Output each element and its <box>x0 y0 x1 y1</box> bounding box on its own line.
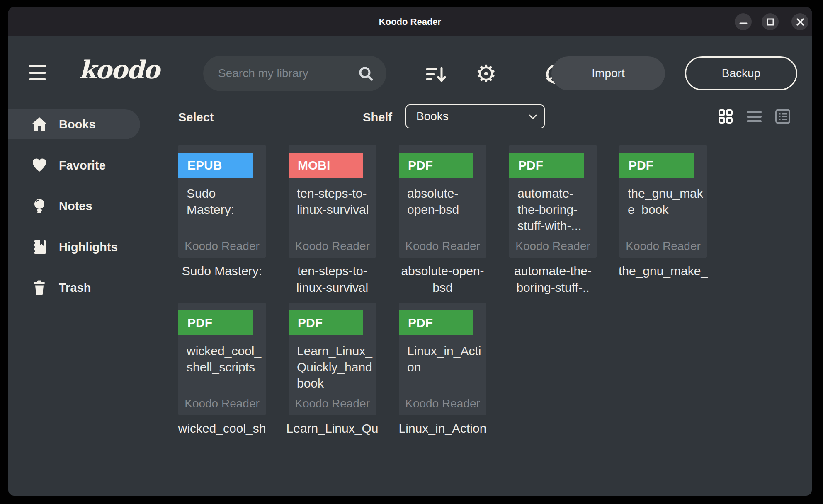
book-title: Learn_Linux_ Quickly_hand book <box>297 343 373 391</box>
book-caption: absolute-open- bsd <box>388 263 498 296</box>
shelf-label: Shelf <box>360 111 392 124</box>
sidebar-item-label: Highlights <box>59 240 118 254</box>
book-title: the_gnu_mak e_book <box>628 185 704 218</box>
sidebar-item-label: Notes <box>59 199 92 213</box>
search-bar[interactable] <box>203 56 386 91</box>
chevron-down-icon <box>528 114 537 120</box>
book-publisher: Koodo Reader <box>289 397 376 410</box>
book-card[interactable]: PDF the_gnu_mak e_book Koodo Reader <box>619 145 707 258</box>
format-badge: PDF <box>289 310 363 335</box>
book-title: Sudo Mastery: <box>187 185 263 218</box>
book-publisher: Koodo Reader <box>619 240 707 253</box>
sidebar-item-highlights[interactable]: Highlights <box>31 239 118 255</box>
sidebar-item-trash[interactable]: Trash <box>31 279 91 296</box>
hamburger-icon[interactable] <box>29 65 46 80</box>
book-caption: wicked_cool_sh <box>167 420 277 437</box>
book-caption: automate-the- boring-stuff-.. <box>498 263 608 296</box>
settings-gear-icon[interactable]: ⚙ <box>473 60 498 87</box>
format-badge: MOBI <box>289 153 363 178</box>
book-publisher: Koodo Reader <box>178 240 266 253</box>
book-card[interactable]: PDF automate- the-boring- stuff-with-...… <box>509 145 597 258</box>
book-publisher: Koodo Reader <box>178 397 266 410</box>
format-badge: PDF <box>509 153 584 178</box>
book-slot: PDF Learn_Linux_ Quickly_hand book Koodo… <box>289 303 376 481</box>
sidebar-item-books[interactable]: Books <box>31 116 96 133</box>
book-caption: Learn_Linux_Qu <box>277 420 387 437</box>
book-slot: PDF absolute- open-bsd Koodo Reader abso… <box>399 145 486 323</box>
book-title: Linux_in_Acti on <box>407 343 483 375</box>
format-badge: EPUB <box>178 153 253 178</box>
book-caption: Linux_in_Action <box>388 420 498 437</box>
format-badge: PDF <box>619 153 694 178</box>
backup-button[interactable]: Backup <box>685 56 797 90</box>
titlebar: Koodo Reader <box>8 7 812 36</box>
book-publisher: Koodo Reader <box>399 397 486 410</box>
format-badge: PDF <box>178 310 253 335</box>
book-slot: PDF wicked_cool_ shell_scripts Koodo Rea… <box>178 303 266 481</box>
book-slot: PDF automate- the-boring- stuff-with-...… <box>509 145 597 323</box>
book-card[interactable]: EPUB Sudo Mastery: Koodo Reader <box>178 145 266 258</box>
minimize-icon[interactable] <box>735 13 752 30</box>
book-title: absolute- open-bsd <box>407 185 483 218</box>
journal-bookmark-icon <box>31 239 48 255</box>
window-title: Koodo Reader <box>8 7 812 36</box>
shelf-select[interactable]: Books <box>405 104 545 128</box>
search-icon[interactable] <box>358 66 374 83</box>
book-publisher: Koodo Reader <box>509 240 597 253</box>
book-title: wicked_cool_ shell_scripts <box>187 343 263 375</box>
home-icon <box>31 116 48 133</box>
heart-icon <box>31 157 48 174</box>
book-publisher: Koodo Reader <box>399 240 486 253</box>
trash-icon <box>31 279 48 296</box>
book-card[interactable]: PDF absolute- open-bsd Koodo Reader <box>399 145 486 258</box>
sort-icon[interactable] <box>424 63 447 88</box>
book-caption: ten-steps-to- linux-survival <box>277 263 387 296</box>
format-badge: PDF <box>399 310 473 335</box>
import-button[interactable]: Import <box>551 56 665 90</box>
book-card[interactable]: PDF wicked_cool_ shell_scripts Koodo Rea… <box>178 303 266 415</box>
detail-view-icon[interactable] <box>775 109 790 124</box>
book-publisher: Koodo Reader <box>289 240 376 253</box>
list-view-icon[interactable] <box>747 109 762 124</box>
maximize-icon[interactable] <box>762 13 779 30</box>
sidebar-item-notes[interactable]: Notes <box>31 198 92 214</box>
close-icon[interactable] <box>791 13 808 30</box>
grid-view-icon[interactable] <box>718 109 733 124</box>
search-input[interactable] <box>218 56 351 91</box>
sidebar-item-label: Favorite <box>59 159 106 172</box>
book-slot: EPUB Sudo Mastery: Koodo Reader Sudo Mas… <box>178 145 266 323</box>
book-title: ten-steps-to- linux-survival <box>297 185 373 218</box>
sidebar-item-label: Trash <box>59 281 91 295</box>
book-caption: the_gnu_make_ <box>608 263 718 279</box>
sidebar-item-label: Books <box>59 118 96 131</box>
book-slot: PDF Linux_in_Acti on Koodo Reader Linux_… <box>399 303 486 481</box>
app-logo: koodo <box>79 55 159 84</box>
app-window: Koodo Reader koodo ⚙ <box>8 7 812 496</box>
book-card[interactable]: PDF Linux_in_Acti on Koodo Reader <box>399 303 486 415</box>
book-card[interactable]: PDF Learn_Linux_ Quickly_hand book Koodo… <box>289 303 376 415</box>
book-slot: PDF the_gnu_mak e_book Koodo Reader the_… <box>619 145 707 323</box>
book-title: automate- the-boring- stuff-with-... <box>517 185 594 234</box>
select-button[interactable]: Select <box>178 111 214 124</box>
book-slot: MOBI ten-steps-to- linux-survival Koodo … <box>289 145 376 323</box>
format-badge: PDF <box>399 153 473 178</box>
lightbulb-icon <box>31 198 48 214</box>
book-caption: Sudo Mastery: <box>167 263 277 279</box>
sidebar-item-favorite[interactable]: Favorite <box>31 157 106 174</box>
book-card[interactable]: MOBI ten-steps-to- linux-survival Koodo … <box>289 145 376 258</box>
shelf-selected-value: Books <box>416 105 449 128</box>
